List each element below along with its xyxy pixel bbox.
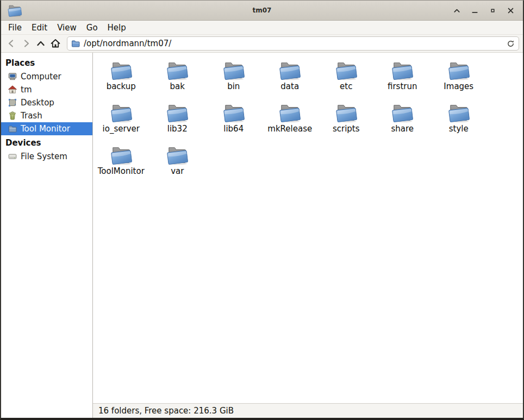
refresh-button[interactable] [507,40,515,48]
folder-open-icon [109,60,134,80]
folder-open-icon [446,102,471,123]
folder-item[interactable]: data [262,58,319,101]
sidebar: Places Computer tm [1,53,93,418]
folder-open-icon [446,60,471,80]
menu-item[interactable]: File [3,22,27,34]
main-area: Places Computer tm [1,53,523,418]
file-grid: backup bak bin [93,53,523,403]
places-list: Computer tm Desktop [1,70,92,135]
sidebar-item-label: Tool Monitor [21,124,70,134]
sidebar-item-label: Desktop [21,98,54,108]
sidebar-item[interactable]: Tool Monitor [1,122,92,135]
path-folder-icon [71,39,80,48]
folder-icon [8,124,17,133]
folder-item[interactable]: lib32 [149,101,206,143]
desktop-icon [8,98,17,107]
folder-label: firstrun [388,82,417,91]
sidebar-item-label: Trash [21,111,42,121]
sidebar-item-label: tm [21,85,32,95]
window-controls [452,5,517,15]
folder-open-icon [390,60,415,80]
window-title: tm07 [1,7,523,14]
folder-open-icon [221,60,246,80]
folder-label: Images [444,82,473,91]
folder-item[interactable]: scripts [318,101,375,143]
folder-item[interactable]: share [375,101,431,143]
folder-item[interactable]: Images [431,58,487,101]
sidebar-item[interactable]: Computer [1,70,92,83]
menubar: File Edit View Go Help [1,21,523,35]
folder-open-icon [221,102,246,123]
devices-list: File System [1,150,92,163]
devices-header: Devices [1,135,92,150]
menu-item[interactable]: Go [82,22,103,34]
folder-item[interactable]: style [431,101,487,143]
sidebar-item[interactable]: Desktop [1,96,92,109]
status-text: 16 folders, Free space: 216.3 GiB [98,406,234,416]
folder-item[interactable]: var [149,143,206,185]
folder-open-icon [109,102,134,123]
folder-item[interactable]: backup [93,58,149,101]
home-icon [8,85,17,94]
folder-item[interactable]: bak [149,58,206,101]
folder-open-icon [165,60,190,80]
computer-icon [8,72,17,81]
up-button[interactable] [33,36,48,51]
folder-label: mkRelease [267,124,312,134]
status-bar: 16 folders, Free space: 216.3 GiB [93,403,523,418]
titlebar[interactable]: tm07 [1,1,523,21]
close-button[interactable] [506,5,515,15]
folder-label: data [280,82,299,91]
folder-label: share [391,124,414,134]
toolbar: /opt/nordmann/tm07/ [1,35,523,53]
folder-item[interactable]: ToolMonitor [93,143,149,185]
folder-open-icon [109,145,134,165]
folder-item[interactable]: mkRelease [262,101,319,143]
sidebar-item[interactable]: Trash [1,109,92,122]
folder-label: lib64 [223,124,244,134]
sidebar-item[interactable]: File System [1,150,92,163]
trash-icon [8,111,17,120]
folder-label: var [171,167,184,176]
path-text[interactable]: /opt/nordmann/tm07/ [84,39,503,48]
sidebar-item[interactable]: tm [1,83,92,96]
folder-open-icon [165,102,190,123]
folder-open-icon [334,102,359,123]
folder-label: scripts [333,124,360,134]
sidebar-item-label: File System [21,152,67,161]
window-folder-icon[interactable] [7,3,24,18]
folder-label: bin [227,82,240,91]
path-bar[interactable]: /opt/nordmann/tm07/ [67,36,519,51]
folder-item[interactable]: lib64 [205,101,262,143]
places-header: Places [1,55,92,70]
maximize-button[interactable] [488,5,497,15]
sidebar-item-label: Computer [21,72,61,82]
folder-label: etc [340,82,352,91]
folder-label: style [449,124,469,134]
folder-item[interactable]: etc [318,58,375,101]
folder-open-icon [277,60,302,80]
folder-item[interactable]: io_server [93,101,149,143]
folder-label: lib32 [167,124,188,134]
folder-label: ToolMonitor [98,167,145,176]
back-button[interactable] [4,36,18,51]
file-manager-window: tm07 File Edit View Go Help [0,0,524,420]
menu-item[interactable]: View [52,22,82,34]
menu-item[interactable]: Help [103,22,131,34]
shade-button[interactable] [452,5,461,15]
folder-label: backup [107,82,136,91]
folder-item[interactable]: firstrun [375,58,431,101]
folder-open-icon [165,145,190,165]
folder-label: bak [170,82,185,91]
home-button[interactable] [48,36,63,51]
folder-label: io_server [103,124,140,134]
forward-button[interactable] [18,36,33,51]
content-pane: backup bak bin [93,53,523,418]
folder-open-icon [390,102,415,123]
drive-icon [8,152,17,161]
minimize-button[interactable] [470,5,479,15]
folder-open-icon [334,60,359,80]
folder-item[interactable]: bin [205,58,262,101]
folder-open-icon [277,102,302,123]
menu-item[interactable]: Edit [27,22,52,34]
